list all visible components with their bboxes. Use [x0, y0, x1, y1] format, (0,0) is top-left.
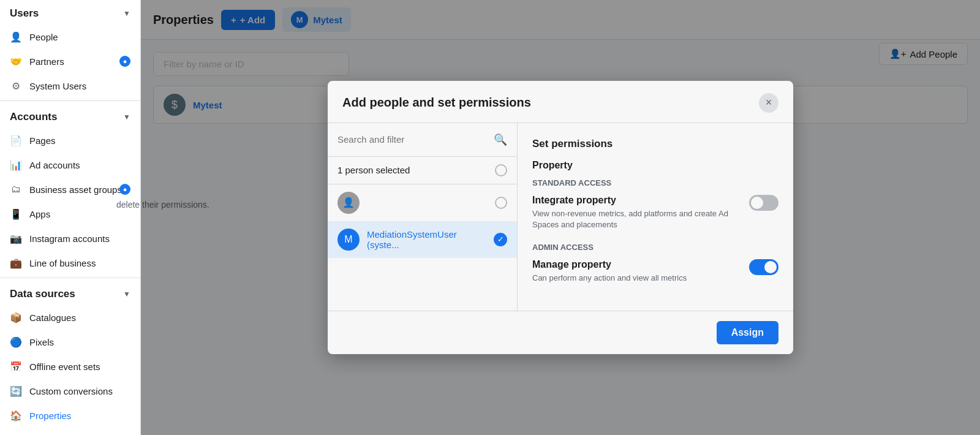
property-section-title: Property: [532, 160, 778, 171]
sidebar-item-label: Ad accounts: [29, 160, 80, 170]
toggle-manage[interactable]: [749, 259, 778, 275]
toggle-integrate[interactable]: [749, 195, 778, 211]
permission-row-integrate: Integrate property View non-revenue metr…: [532, 195, 778, 230]
sidebar-item-label: Apps: [29, 209, 50, 219]
modal-footer: Assign: [328, 311, 793, 354]
data-sources-section-arrow: ▼: [123, 290, 130, 298]
permission-name-manage: Manage property: [532, 259, 739, 270]
sidebar-item-ad-accounts[interactable]: 📊 Ad accounts: [0, 153, 140, 177]
user-list-item-1[interactable]: M MediationSystemUser (syste... ✓: [328, 221, 517, 258]
modal-title: Add people and set permissions: [342, 96, 531, 110]
sidebar-item-custom-conversions[interactable]: 🔄 Custom conversions: [0, 379, 140, 403]
sidebar-item-label: Catalogues: [29, 312, 76, 323]
search-input[interactable]: [337, 134, 494, 145]
pages-icon: 📄: [10, 134, 22, 146]
sidebar-item-label: Instagram accounts: [29, 233, 110, 244]
permission-desc-integrate: View non-revenue metrics, add platforms …: [532, 208, 739, 230]
partners-icon: 🤝: [10, 55, 22, 67]
sidebar-item-offline-event-sets[interactable]: 📅 Offline event sets: [0, 354, 140, 379]
modal-overlay: Add people and set permissions × 🔍 1 per…: [141, 0, 980, 435]
accounts-section-header[interactable]: Accounts ▼: [0, 104, 140, 128]
sidebar-item-properties[interactable]: 🏠 Properties: [0, 403, 140, 428]
users-section-arrow: ▼: [123, 9, 130, 18]
instagram-icon: 📷: [10, 232, 22, 244]
deselect-all-radio[interactable]: [495, 164, 507, 176]
close-button[interactable]: ×: [759, 93, 778, 113]
user-check-icon-1: ✓: [494, 233, 507, 246]
offline-event-sets-icon: 📅: [10, 360, 22, 373]
catalogues-icon: 📦: [10, 311, 22, 323]
custom-conversions-icon: 🔄: [10, 385, 22, 397]
permission-desc-manage: Can perform any action and view all metr…: [532, 273, 739, 284]
business-asset-groups-icon: 🗂: [10, 183, 22, 195]
sidebar-item-label: Properties: [29, 410, 71, 421]
users-section-header[interactable]: Users ▼: [0, 0, 140, 25]
user-avatar-1: M: [337, 229, 360, 251]
sidebar-item-instagram-accounts[interactable]: 📷 Instagram accounts: [0, 226, 140, 251]
sidebar-item-label: System Users: [29, 81, 86, 91]
sidebar-item-label: Business asset groups: [29, 184, 122, 195]
permission-info-integrate: Integrate property View non-revenue metr…: [532, 195, 739, 230]
sidebar-item-event-source-groups[interactable]: 📂 Event source groups: [0, 428, 140, 435]
user-icon-0: 👤: [342, 197, 355, 208]
user-avatar-0: 👤: [337, 192, 360, 214]
ad-accounts-icon: 📊: [10, 159, 22, 171]
search-bar: 🔍: [328, 123, 517, 157]
business-asset-groups-badge: ●: [119, 184, 130, 195]
toggle-integrate-slider: [749, 195, 778, 211]
sidebar-item-label: Offline event sets: [29, 361, 100, 372]
sidebar-item-business-asset-groups[interactable]: 🗂 Business asset groups ●: [0, 177, 140, 202]
accounts-section-arrow: ▼: [123, 113, 130, 121]
sidebar: Users ▼ 👤 People 🤝 Partners ● ⚙ System U…: [0, 0, 141, 435]
users-section-title: Users: [10, 7, 39, 20]
admin-access-label: Admin access: [532, 243, 778, 252]
main-content: Properties + + Add M Mytest 👤+ Add Peopl…: [141, 0, 980, 435]
line-of-business-icon: 💼: [10, 257, 22, 269]
standard-access-label: Standard access: [532, 178, 778, 187]
search-icon: 🔍: [494, 133, 507, 146]
accounts-section-title: Accounts: [10, 111, 57, 123]
user-name-1: MediationSystemUser (syste...: [367, 229, 486, 250]
sidebar-item-label: Partners: [29, 56, 64, 67]
sidebar-item-people[interactable]: 👤 People: [0, 25, 140, 49]
data-sources-section-header[interactable]: Data sources ▼: [0, 281, 140, 305]
divider-1: [0, 100, 140, 101]
partners-badge: ●: [119, 56, 130, 67]
permissions-title: Set permissions: [532, 138, 778, 150]
sidebar-item-pages[interactable]: 📄 Pages: [0, 128, 140, 153]
sidebar-item-partners[interactable]: 🤝 Partners ●: [0, 49, 140, 74]
permission-row-manage: Manage property Can perform any action a…: [532, 259, 778, 284]
toggle-manage-slider: [749, 259, 778, 275]
modal-body: 🔍 1 person selected 👤: [328, 123, 793, 311]
modal-left-panel: 🔍 1 person selected 👤: [328, 123, 518, 311]
system-users-icon: ⚙: [10, 80, 22, 92]
divider-2: [0, 278, 140, 278]
sidebar-item-label: Custom conversions: [29, 386, 113, 396]
data-sources-section-title: Data sources: [10, 288, 75, 300]
sidebar-item-line-of-business[interactable]: 💼 Line of business: [0, 251, 140, 275]
sidebar-item-catalogues[interactable]: 📦 Catalogues: [0, 305, 140, 330]
assign-button[interactable]: Assign: [717, 321, 778, 344]
sidebar-item-label: Pixels: [29, 337, 54, 347]
pixels-icon: 🔵: [10, 336, 22, 348]
people-icon: 👤: [10, 31, 22, 43]
modal-header: Add people and set permissions ×: [328, 81, 793, 123]
permission-name-integrate: Integrate property: [532, 195, 739, 206]
selected-count: 1 person selected: [337, 165, 410, 175]
sidebar-item-pixels[interactable]: 🔵 Pixels: [0, 330, 140, 354]
modal: Add people and set permissions × 🔍 1 per…: [328, 81, 793, 355]
modal-right-panel: Set permissions Property Standard access…: [518, 123, 793, 311]
sidebar-item-label: Line of business: [29, 258, 96, 268]
sidebar-item-label: Pages: [29, 135, 56, 146]
sidebar-item-system-users[interactable]: ⚙ System Users: [0, 74, 140, 98]
selected-count-row: 1 person selected: [328, 157, 517, 184]
permission-info-manage: Manage property Can perform any action a…: [532, 259, 739, 284]
user-radio-0[interactable]: [495, 197, 507, 209]
apps-icon: 📱: [10, 208, 22, 220]
user-list-item-0[interactable]: 👤: [328, 184, 517, 221]
sidebar-item-label: People: [29, 32, 58, 42]
properties-icon: 🏠: [10, 409, 22, 422]
